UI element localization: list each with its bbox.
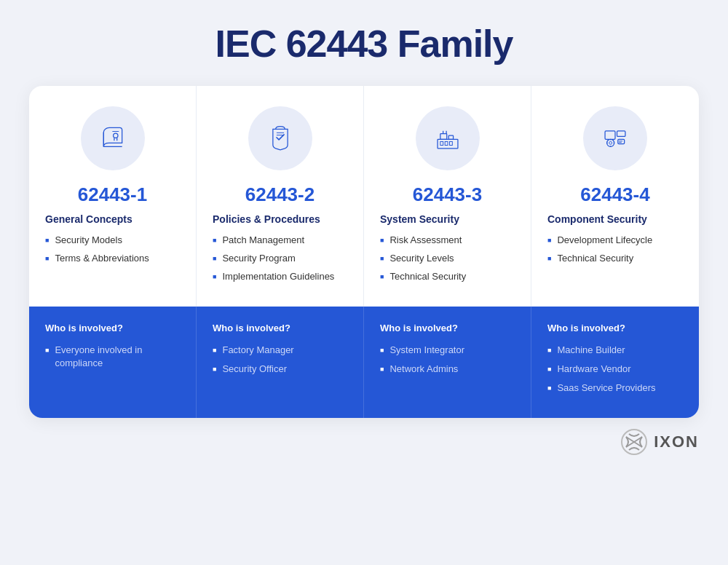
- svg-rect-6: [449, 141, 452, 145]
- svg-rect-4: [440, 141, 443, 145]
- who-item: Network Admins: [380, 363, 515, 376]
- svg-rect-8: [617, 131, 625, 137]
- col-bottom-2: Who is involved? Factory Manager Securit…: [197, 307, 364, 419]
- col-subtitle-2: Policies & Procedures: [213, 213, 320, 225]
- svg-rect-11: [618, 139, 625, 143]
- who-list-2: Factory Manager Security Officer: [213, 344, 347, 382]
- list-item: Technical Security: [547, 252, 683, 265]
- svg-rect-2: [440, 134, 446, 140]
- footer: IXON: [29, 418, 699, 456]
- who-list-4: Machine Builder Hardware Vendor Saas Ser…: [547, 344, 683, 401]
- svg-rect-7: [605, 131, 615, 139]
- col-number-3: 62443-3: [413, 183, 482, 206]
- who-item: Everyone involved in compliance: [45, 344, 180, 370]
- item-list-1: Security Models Terms & Abbreviations: [45, 234, 180, 270]
- main-card: 62443-1 General Concepts Security Models…: [29, 86, 699, 418]
- who-title-1: Who is involved?: [45, 323, 180, 333]
- who-item: System Integrator: [380, 344, 515, 357]
- col-bottom-3: Who is involved? System Integrator Netwo…: [364, 307, 531, 419]
- col-subtitle-4: Component Security: [547, 213, 647, 225]
- who-item: Saas Service Providers: [547, 382, 683, 395]
- svg-rect-5: [445, 141, 448, 145]
- list-item: Patch Management: [213, 234, 347, 247]
- col-number-2: 62443-2: [245, 183, 314, 206]
- list-item: Security Models: [45, 234, 180, 247]
- col-subtitle-3: System Security: [380, 213, 459, 225]
- list-item: Implementation Guidelines: [213, 270, 347, 283]
- who-item: Factory Manager: [213, 344, 347, 357]
- who-list-1: Everyone involved in compliance: [45, 344, 180, 376]
- column-1: 62443-1 General Concepts Security Models…: [29, 86, 197, 307]
- page-title: IEC 62443 Family: [215, 22, 513, 66]
- icon-circle-3: [416, 106, 480, 170]
- list-item: Terms & Abbreviations: [45, 252, 180, 265]
- list-item: Risk Assessment: [380, 234, 515, 247]
- who-title-2: Who is involved?: [213, 323, 347, 333]
- item-list-3: Risk Assessment Security Levels Technica…: [380, 234, 515, 289]
- svg-point-10: [609, 141, 612, 144]
- who-title-3: Who is involved?: [380, 323, 515, 333]
- svg-rect-3: [448, 135, 453, 139]
- col-number-4: 62443-4: [580, 183, 649, 206]
- col-bottom-4: Who is involved? Machine Builder Hardwar…: [531, 307, 699, 419]
- item-list-2: Patch Management Security Program Implem…: [213, 234, 347, 289]
- ixon-logo-icon: [620, 428, 648, 456]
- column-2: 62443-2 Policies & Procedures Patch Mana…: [197, 86, 364, 307]
- column-3: 62443-3 System Security Risk Assessment …: [364, 86, 531, 307]
- list-item: Development Lifecycle: [547, 234, 683, 247]
- column-4: 62443-4 Component Security Development L…: [531, 86, 699, 307]
- book-icon: [99, 125, 127, 152]
- col-number-1: 62443-1: [78, 183, 147, 206]
- factory-icon: [434, 125, 462, 152]
- svg-point-0: [113, 133, 117, 138]
- ixon-logo: IXON: [620, 428, 699, 456]
- list-item: Security Program: [213, 252, 347, 265]
- brand-name: IXON: [654, 432, 699, 451]
- icon-circle-4: [583, 106, 647, 170]
- shield-doc-icon: [266, 125, 294, 152]
- who-list-3: System Integrator Network Admins: [380, 344, 515, 382]
- col-bottom-1: Who is involved? Everyone involved in co…: [29, 307, 197, 419]
- icon-circle-1: [81, 106, 145, 170]
- icon-circle-2: [248, 106, 312, 170]
- who-item: Hardware Vendor: [547, 363, 683, 376]
- who-item: Machine Builder: [547, 344, 683, 357]
- svg-point-9: [607, 139, 614, 146]
- who-title-4: Who is involved?: [547, 323, 683, 333]
- list-item: Security Levels: [380, 252, 515, 265]
- who-item: Security Officer: [213, 363, 347, 376]
- list-item: Technical Security: [380, 270, 515, 283]
- columns-bottom: Who is involved? Everyone involved in co…: [29, 307, 699, 419]
- component-icon: [601, 125, 629, 152]
- columns-top: 62443-1 General Concepts Security Models…: [29, 86, 699, 307]
- item-list-4: Development Lifecycle Technical Security: [547, 234, 683, 270]
- col-subtitle-1: General Concepts: [45, 213, 132, 225]
